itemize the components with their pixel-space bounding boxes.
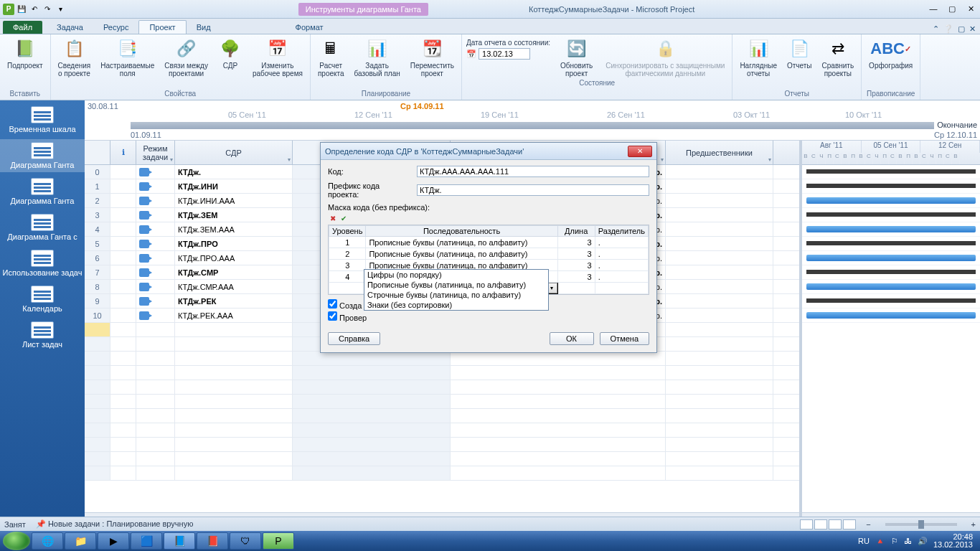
help-icon[interactable]: ❔: [943, 24, 953, 34]
col-wbs[interactable]: СДР▾: [175, 141, 293, 164]
table-row[interactable]: [85, 423, 799, 438]
ribbon-options-icon[interactable]: ▢: [958, 24, 965, 34]
subproject-button[interactable]: 📗Подпроект: [4, 36, 46, 71]
visual-reports-button[interactable]: 📊Наглядные отчеты: [737, 36, 780, 79]
col-predecessors[interactable]: Предшественники▾: [666, 141, 773, 164]
taskbar-app1[interactable]: 🟦: [131, 532, 162, 550]
ribbon-close-icon[interactable]: ✕: [969, 24, 976, 34]
view-gantt-icon[interactable]: [800, 519, 813, 529]
mask-accept-icon[interactable]: ✔: [339, 213, 349, 223]
project-links-button[interactable]: 🔗Связи между проектами: [161, 36, 211, 79]
tab-format[interactable]: Формат: [286, 21, 334, 34]
tray-network-icon[interactable]: 🖧: [904, 537, 912, 545]
dropdown-option[interactable]: Знаки (без сортировки): [364, 300, 548, 310]
cancel-button[interactable]: Отмена: [600, 332, 649, 345]
summary-bar[interactable]: [806, 298, 976, 303]
table-row[interactable]: [85, 452, 799, 466]
gantt-row[interactable]: [802, 265, 980, 280]
file-tab[interactable]: Файл: [3, 21, 42, 34]
dropdown-option[interactable]: Цифры (по порядку): [364, 270, 548, 280]
mask-row[interactable]: 1Прописные буквы (латиница, по алфавиту)…: [329, 237, 649, 248]
tab-task[interactable]: Задача: [47, 21, 93, 34]
task-bar[interactable]: [806, 226, 976, 232]
qat-dropdown-icon[interactable]: ▾: [55, 4, 66, 15]
timeline-bar[interactable]: [131, 122, 934, 129]
gantt-body[interactable]: [802, 165, 980, 512]
change-worktime-button[interactable]: 📅Изменить рабочее время: [250, 36, 306, 79]
taskbar-ie[interactable]: 🌐: [32, 532, 63, 550]
summary-bar[interactable]: [806, 241, 976, 245]
gantt-row[interactable]: [802, 294, 980, 309]
summary-bar[interactable]: [806, 212, 976, 217]
zoom-out-icon[interactable]: −: [866, 520, 870, 529]
col-indicators[interactable]: ℹ: [110, 141, 136, 164]
maximize-button[interactable]: ▢: [946, 4, 958, 14]
start-button[interactable]: [3, 532, 30, 550]
minimize-ribbon-icon[interactable]: ⌃: [933, 24, 939, 34]
tab-resource[interactable]: Ресурс: [93, 21, 138, 34]
view-item[interactable]: Лист задач: [0, 319, 85, 352]
gantt-row[interactable]: [802, 251, 980, 265]
calc-project-button[interactable]: 🖩Расчет проекта: [315, 36, 347, 79]
table-row[interactable]: [85, 409, 799, 423]
table-row[interactable]: [85, 395, 799, 409]
status-date-field[interactable]: [479, 48, 530, 60]
save-icon[interactable]: 💾: [16, 4, 27, 15]
view-sheet-icon[interactable]: [843, 519, 856, 529]
gantt-row[interactable]: [802, 194, 980, 208]
move-project-button[interactable]: 📆Переместить проект: [407, 36, 457, 79]
tray-volume-icon[interactable]: 🔊: [918, 537, 928, 546]
tab-project[interactable]: Проект: [138, 20, 186, 34]
view-item[interactable]: Использование задач: [0, 247, 85, 280]
summary-bar[interactable]: [806, 184, 976, 188]
compare-button[interactable]: ⇄Сравнить проекты: [819, 36, 857, 79]
dropdown-option[interactable]: Строчные буквы (латиница, по алфавиту): [364, 290, 548, 300]
set-baseline-button[interactable]: 📊Задать базовый план: [352, 36, 403, 79]
reports-button[interactable]: 📄Отчеты: [784, 36, 815, 71]
view-item[interactable]: Временная шкала: [0, 103, 85, 136]
close-button[interactable]: ✕: [964, 4, 977, 14]
summary-bar[interactable]: [806, 270, 976, 274]
gantt-row[interactable]: [802, 179, 980, 194]
gantt-timescale[interactable]: Авг '1105 Сен '1112 Сен ВСЧПСВПВСЧПСВПВС…: [802, 141, 980, 165]
col-taskmode[interactable]: Режим задачи▾: [136, 141, 175, 164]
gantt-chart[interactable]: Авг '1105 Сен '1112 Сен ВСЧПСВПВСЧПСВПВС…: [802, 141, 980, 524]
zoom-slider[interactable]: [885, 523, 957, 526]
tray-clock[interactable]: 20:48 13.02.2013: [933, 533, 973, 549]
redo-icon[interactable]: ↷: [42, 4, 53, 15]
timeline-pane[interactable]: 30.08.11 Ср 14.09.11 05 Сен '11 12 Сен '…: [85, 100, 980, 141]
help-button[interactable]: Справка: [328, 332, 380, 345]
gantt-row[interactable]: [802, 165, 980, 179]
zoom-in-icon[interactable]: +: [971, 520, 976, 529]
tab-view[interactable]: Вид: [187, 21, 221, 34]
gantt-row[interactable]: [802, 208, 980, 222]
taskbar-project[interactable]: P: [263, 532, 294, 550]
table-row[interactable]: [85, 380, 799, 395]
project-info-button[interactable]: 📋Сведения о проекте: [55, 36, 94, 79]
table-row[interactable]: [85, 466, 799, 481]
mask-row[interactable]: 2Прописные буквы (латиница, по алфавиту)…: [329, 248, 649, 260]
mask-delete-icon[interactable]: ✖: [328, 213, 338, 223]
view-item[interactable]: Диаграмма Ганта с: [0, 211, 85, 244]
table-row[interactable]: [85, 366, 799, 380]
taskbar-shield[interactable]: 🛡: [230, 532, 261, 550]
table-row[interactable]: [85, 352, 799, 366]
dialog-close-button[interactable]: ✕: [628, 146, 652, 157]
taskbar-explorer[interactable]: 📁: [65, 532, 96, 550]
task-bar[interactable]: [806, 197, 976, 204]
gantt-row[interactable]: [802, 237, 980, 251]
task-bar[interactable]: [806, 283, 976, 290]
view-usage-icon[interactable]: [814, 519, 827, 529]
view-team-icon[interactable]: [829, 519, 842, 529]
view-item[interactable]: Календарь: [0, 283, 85, 316]
update-project-button[interactable]: 🔄Обновить проект: [557, 36, 595, 79]
undo-icon[interactable]: ↶: [29, 4, 40, 15]
spelling-button[interactable]: ABC✓Орфография: [866, 36, 915, 71]
task-bar[interactable]: [806, 312, 976, 319]
tray-lang[interactable]: RU: [858, 537, 870, 545]
view-item[interactable]: Диаграмма Ганта: [0, 139, 85, 172]
custom-fields-button[interactable]: 📑Настраиваемые поля: [98, 36, 157, 79]
table-row[interactable]: [85, 438, 799, 452]
wbs-button[interactable]: 🌳СДР: [215, 36, 245, 71]
gantt-row[interactable]: [802, 309, 980, 323]
